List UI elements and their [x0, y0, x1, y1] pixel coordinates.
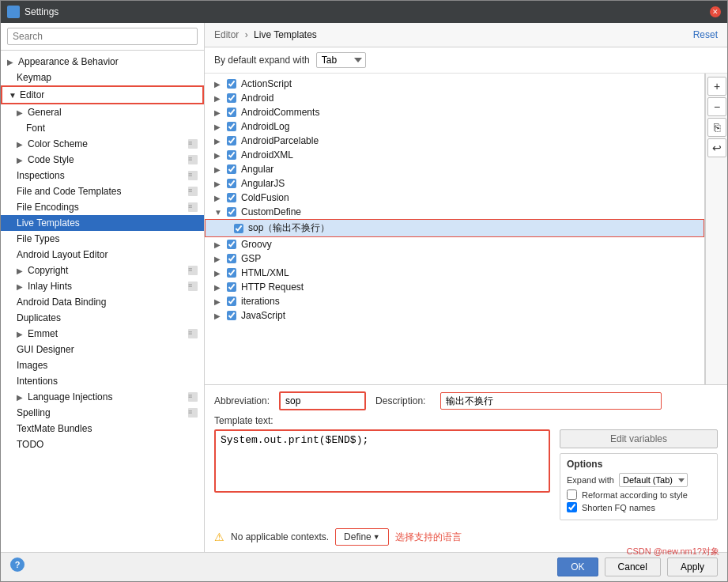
sidebar-item-codestyle[interactable]: ▶ Code Style ≡: [1, 152, 204, 168]
tpl-group-groovy[interactable]: ▶ Groovy: [205, 237, 704, 251]
chevron-right-icon: ▶: [17, 282, 25, 291]
tpl-group-gsp[interactable]: ▶ GSP: [205, 251, 704, 266]
context-row: ⚠ No applicable contexts. Define ▼ 选择支持的…: [214, 525, 718, 546]
tpl-checkbox-sop[interactable]: [234, 224, 243, 233]
tpl-group-android[interactable]: ▶ Android: [205, 91, 704, 105]
abbreviation-input[interactable]: [279, 391, 366, 410]
tpl-checkbox-coldfusion[interactable]: [227, 193, 236, 202]
chevron-right-icon: ▶: [214, 137, 222, 146]
tpl-group-httprequest[interactable]: ▶ HTTP Request: [205, 280, 704, 294]
tpl-checkbox-groovy[interactable]: [227, 240, 236, 249]
sidebar-item-emmet[interactable]: ▶ Emmet ≡: [1, 326, 204, 342]
template-textarea[interactable]: System.out.print($END$);: [214, 429, 550, 493]
sidebar-item-spelling[interactable]: Spelling ≡: [1, 405, 204, 421]
tpl-group-angularjs[interactable]: ▶ AngularJS: [205, 176, 704, 191]
help-button[interactable]: ?: [10, 557, 25, 572]
edit-variables-button[interactable]: Edit variables: [560, 429, 718, 448]
sidebar-item-live-templates[interactable]: Live Templates: [1, 215, 204, 231]
sidebar-item-file-types[interactable]: File Types: [1, 231, 204, 247]
panel-toolbar: By default expand with Tab Enter Space: [205, 47, 727, 74]
reset-link[interactable]: Reset: [693, 29, 718, 40]
sidebar-item-appearance[interactable]: ▶ Appearance & Behavior: [1, 54, 204, 70]
sidebar-item-editor[interactable]: ▼ Editor: [1, 85, 204, 104]
tpl-checkbox-actionscript[interactable]: [227, 79, 236, 89]
title-bar: Settings ✕: [1, 1, 727, 23]
tpl-group-androidcomments[interactable]: ▶ AndroidComments: [205, 105, 704, 119]
sidebar-item-copyright[interactable]: ▶ Copyright ≡: [1, 263, 204, 278]
tpl-group-androidlog[interactable]: ▶ AndroidLog: [205, 119, 704, 134]
tpl-checkbox-androidcomments[interactable]: [227, 108, 236, 117]
tpl-checkbox-angular[interactable]: [227, 164, 236, 174]
search-input[interactable]: [7, 28, 198, 45]
sidebar-item-intentions[interactable]: Intentions: [1, 373, 204, 389]
sidebar-item-file-code-templates[interactable]: File and Code Templates ≡: [1, 183, 204, 199]
undo-button[interactable]: ↩: [707, 138, 726, 157]
tpl-group-customdefine[interactable]: ▼ CustomDefine: [205, 205, 704, 219]
sidebar-item-language-injections[interactable]: ▶ Language Injections ≡: [1, 389, 204, 405]
template-text-label: Template text:: [214, 415, 273, 426]
sidebar-item-keymap[interactable]: Keymap: [1, 70, 204, 85]
breadcrumb: Editor › Live Templates: [214, 29, 317, 40]
apply-button[interactable]: Apply: [667, 557, 718, 576]
remove-button[interactable]: −: [707, 97, 726, 116]
reformat-checkbox[interactable]: [567, 489, 577, 500]
description-input[interactable]: [440, 392, 662, 410]
indicator-icon: ≡: [188, 392, 198, 402]
tpl-checkbox-androidxml[interactable]: [227, 150, 236, 160]
add-button[interactable]: +: [707, 77, 726, 96]
tpl-checkbox-customdefine[interactable]: [227, 207, 236, 217]
expand-with-select[interactable]: Tab Enter Space: [316, 52, 366, 68]
indicator-icon: ≡: [188, 171, 198, 180]
tpl-checkbox-httprequest[interactable]: [227, 282, 236, 292]
expand-with-options-select[interactable]: Default (Tab) Tab Enter Space: [619, 473, 688, 487]
tpl-checkbox-htmlxml[interactable]: [227, 268, 236, 278]
sidebar-item-duplicates[interactable]: Duplicates: [1, 310, 204, 326]
reformat-row: Reformat according to style: [567, 489, 711, 500]
copy-button[interactable]: ⎘: [707, 118, 726, 137]
tpl-checkbox-iterations[interactable]: [227, 297, 236, 306]
ok-button[interactable]: OK: [557, 557, 598, 576]
tpl-group-coldfusion[interactable]: ▶ ColdFusion: [205, 191, 704, 205]
tpl-group-iterations[interactable]: ▶ iterations: [205, 294, 704, 308]
sidebar-item-images[interactable]: Images: [1, 357, 204, 373]
sidebar-item-todo[interactable]: TODO: [1, 436, 204, 452]
chevron-right-icon: ▶: [214, 108, 222, 117]
tpl-group-actionscript[interactable]: ▶ ActionScript: [205, 77, 704, 91]
chevron-down-icon: ▼: [214, 208, 222, 217]
sidebar-item-file-encodings[interactable]: File Encodings ≡: [1, 199, 204, 215]
sidebar-item-inspections[interactable]: Inspections ≡: [1, 168, 204, 183]
warning-icon: ⚠: [214, 531, 224, 543]
chevron-right-icon: ▶: [7, 58, 15, 66]
tpl-checkbox-angularjs[interactable]: [227, 179, 236, 188]
sidebar-item-android-layout[interactable]: Android Layout Editor: [1, 247, 204, 263]
tpl-group-htmlxml[interactable]: ▶ HTML/XML: [205, 266, 704, 280]
define-button[interactable]: Define ▼: [335, 528, 389, 546]
tpl-item-sop[interactable]: sop（输出不换行）: [205, 219, 704, 237]
tpl-checkbox-androidparcelable[interactable]: [227, 136, 236, 146]
cancel-button[interactable]: Cancel: [605, 557, 661, 576]
indicator-icon: ≡: [188, 139, 198, 149]
close-button[interactable]: ✕: [710, 6, 721, 17]
description-label: Description:: [375, 395, 431, 406]
chevron-right-icon: ▶: [17, 140, 25, 149]
sidebar-item-font[interactable]: Font: [1, 120, 204, 136]
tpl-checkbox-android[interactable]: [227, 93, 236, 103]
options-box: Options Expand with Default (Tab) Tab En…: [560, 453, 718, 520]
sidebar-item-inlay-hints[interactable]: ▶ Inlay Hints ≡: [1, 278, 204, 294]
sidebar-item-general[interactable]: ▶ General: [1, 104, 204, 120]
shorten-checkbox[interactable]: [567, 502, 577, 512]
tpl-checkbox-gsp[interactable]: [227, 254, 236, 263]
tpl-checkbox-javascript[interactable]: [227, 311, 236, 320]
tpl-group-angular[interactable]: ▶ Angular: [205, 162, 704, 176]
sidebar-item-textmate-bundles[interactable]: TextMate Bundles: [1, 421, 204, 436]
sidebar-item-colorscheme[interactable]: ▶ Color Scheme ≡: [1, 136, 204, 152]
sidebar-item-android-data-binding[interactable]: Android Data Binding: [1, 294, 204, 310]
tpl-group-androidxml[interactable]: ▶ AndroidXML: [205, 148, 704, 162]
chevron-right-icon: ▶: [214, 80, 222, 89]
tpl-checkbox-androidlog[interactable]: [227, 122, 236, 131]
chevron-right-icon: ▶: [214, 165, 222, 174]
tpl-group-javascript[interactable]: ▶ JavaScript: [205, 308, 704, 323]
sidebar-item-gui-designer[interactable]: GUI Designer: [1, 342, 204, 357]
chevron-right-icon: ▶: [214, 151, 222, 160]
tpl-group-androidparcelable[interactable]: ▶ AndroidParcelable: [205, 134, 704, 148]
